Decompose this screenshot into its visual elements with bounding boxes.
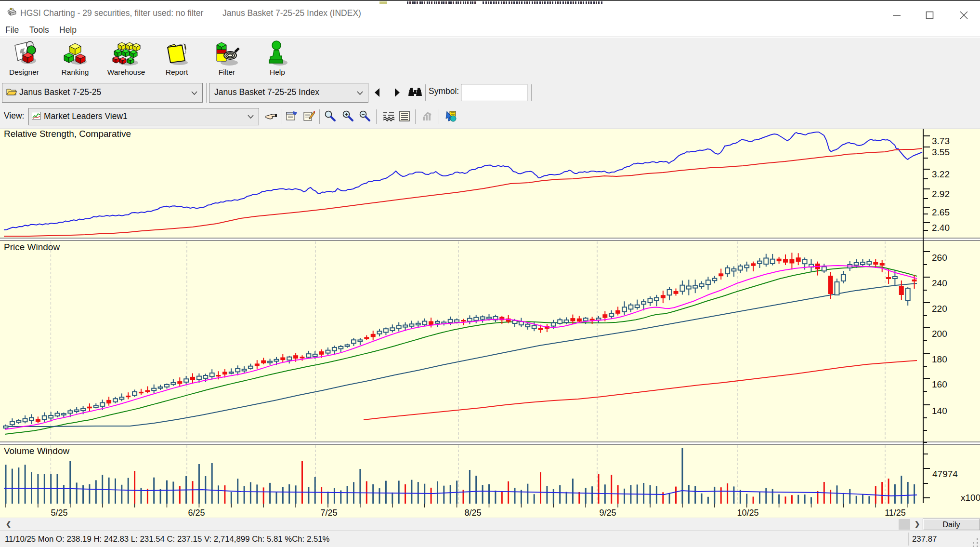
svg-text:240: 240: [932, 278, 947, 288]
svg-text:3.73: 3.73: [932, 136, 950, 146]
svg-text:Relative Strength, Comparative: Relative Strength, Comparative: [4, 129, 131, 139]
svg-text:9/25: 9/25: [599, 508, 616, 518]
svg-text:2.40: 2.40: [932, 223, 950, 233]
svg-text:140: 140: [932, 406, 947, 416]
svg-text:160: 160: [932, 379, 947, 389]
svg-text:2.92: 2.92: [932, 189, 950, 199]
svg-text:Price Window: Price Window: [4, 242, 60, 252]
svg-text:11/25: 11/25: [885, 508, 906, 518]
svg-text:7/25: 7/25: [320, 508, 337, 518]
svg-text:x100: x100: [961, 493, 980, 503]
svg-text:2.65: 2.65: [932, 207, 950, 217]
svg-text:6/25: 6/25: [188, 508, 205, 518]
svg-text:47974: 47974: [932, 469, 958, 479]
svg-text:260: 260: [932, 253, 947, 263]
svg-text:3.55: 3.55: [932, 147, 950, 157]
svg-text:180: 180: [932, 354, 947, 364]
svg-text:10/25: 10/25: [737, 508, 758, 518]
svg-text:5/25: 5/25: [51, 508, 67, 518]
svg-text:Volume Window: Volume Window: [4, 446, 70, 456]
svg-text:200: 200: [932, 329, 947, 339]
svg-text:220: 220: [932, 304, 947, 314]
svg-text:3.22: 3.22: [932, 169, 950, 179]
svg-text:8/25: 8/25: [464, 508, 481, 518]
